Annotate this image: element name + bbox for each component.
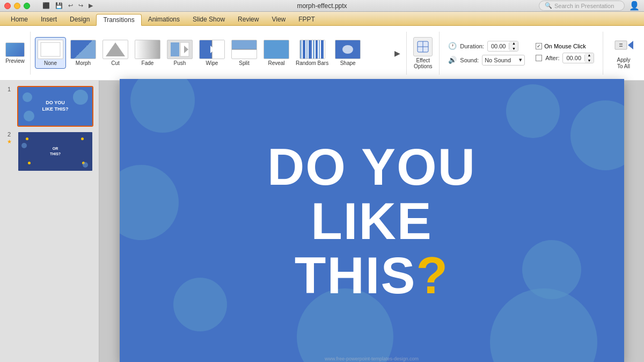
duration-input[interactable]: 00.00 ▲ ▼ — [487, 41, 519, 52]
search-box[interactable]: 🔍 Search in Presentation — [539, 1, 625, 11]
slide-item-2[interactable]: 2 ★ OR THIS? — [4, 130, 94, 173]
tab-fppt[interactable]: FPPT — [292, 13, 321, 25]
transition-shape-thumb — [335, 40, 361, 59]
svg-rect-2 — [171, 42, 179, 56]
advance-section: On Mouse Click After: 00.00 ▲ ▼ — [531, 41, 598, 66]
tab-review[interactable]: Review — [231, 13, 265, 25]
title-bar-toolbar: ⬛ 💾 ↩ ↪ ▶ — [41, 2, 94, 10]
after-arrows: ▲ ▼ — [585, 53, 594, 63]
watermark: www.free-powerpoint-templates-design.com — [325, 356, 419, 361]
transition-randombars[interactable]: Random Bars — [294, 38, 331, 68]
svg-point-22 — [342, 45, 353, 54]
slide-2-text: OR THIS? — [50, 146, 61, 157]
after-checkbox[interactable] — [536, 55, 542, 61]
slide-1-number: 1 — [5, 86, 13, 92]
circle-left-mid — [120, 165, 179, 240]
transition-shape[interactable]: Shape — [333, 38, 363, 68]
duration-up[interactable]: ▲ — [509, 41, 518, 46]
slide-1-thumb[interactable]: DO YOU LIKE THIS? — [17, 86, 93, 127]
transition-fade-thumb — [135, 40, 160, 59]
circle-topright — [506, 84, 560, 138]
tab-insert[interactable]: Insert — [34, 13, 63, 25]
file-title: morph-effect.pptx — [297, 2, 347, 10]
slide-2-thumb[interactable]: OR THIS? — [17, 131, 93, 172]
slide-main-text: DO YOU LIKE THIS? — [246, 140, 498, 302]
on-mouse-click-row: On Mouse Click — [536, 43, 594, 49]
transition-split[interactable]: Split — [229, 38, 259, 68]
transition-cut-label: Cut — [111, 60, 120, 66]
tab-design[interactable]: Design — [63, 13, 96, 25]
tab-view[interactable]: View — [265, 13, 292, 25]
transition-none-thumb — [38, 40, 63, 59]
transition-fade[interactable]: Fade — [133, 38, 163, 68]
svg-rect-14 — [303, 40, 305, 59]
duration-row: 🕐 Duration: 00.00 ▲ ▼ — [448, 41, 525, 52]
slide-canvas: DO YOU LIKE THIS? www.free-powerpoint-te… — [120, 79, 624, 362]
transition-fade-label: Fade — [142, 60, 154, 66]
effect-options-icon — [413, 37, 433, 56]
transition-reveal-label: Reveal — [268, 60, 284, 66]
ribbon-toolbar: Preview None Morph Cut — [0, 26, 644, 81]
tb-save-icon[interactable]: 💾 — [54, 2, 64, 10]
after-up[interactable]: ▲ — [585, 53, 594, 58]
scroll-transitions-right[interactable]: ▶ — [392, 32, 402, 75]
transition-morph[interactable]: Morph — [68, 38, 98, 68]
apply-arrow-svg — [614, 37, 633, 56]
duration-down[interactable]: ▼ — [509, 46, 518, 52]
transition-cut-thumb — [103, 40, 128, 59]
minimize-button[interactable] — [14, 3, 20, 9]
shape-icon — [338, 42, 357, 57]
transition-cut[interactable]: Cut — [100, 38, 130, 68]
tab-animations[interactable]: Animations — [142, 13, 186, 25]
slide-2-number: 2 ★ — [5, 131, 13, 144]
main-area: 1 DO YOU LIKE THIS? 2 ★ — [0, 81, 644, 362]
transition-push[interactable]: Push — [165, 38, 195, 68]
maximize-button[interactable] — [24, 3, 30, 9]
transition-items: None Morph Cut Fade — [35, 37, 390, 69]
user-icon[interactable]: 👤 — [629, 1, 640, 11]
transition-randombars-thumb — [299, 40, 325, 59]
effect-options-label: EffectOptions — [414, 57, 432, 69]
after-down[interactable]: ▼ — [585, 58, 594, 63]
transition-none[interactable]: None — [35, 37, 66, 69]
effect-options-svg — [415, 39, 430, 54]
tb-undo-icon[interactable]: ↩ — [67, 2, 75, 10]
search-placeholder: Search in Presentation — [554, 3, 614, 9]
clock-icon: 🕐 — [448, 42, 457, 50]
svg-rect-6 — [200, 40, 212, 59]
svg-rect-16 — [309, 40, 312, 59]
tb-icon-1[interactable]: ⬛ — [41, 2, 52, 10]
none-icon — [40, 41, 61, 57]
tab-home[interactable]: Home — [4, 13, 34, 25]
sound-icon: 🔊 — [448, 56, 457, 64]
on-mouse-click-label: On Mouse Click — [544, 43, 586, 49]
sound-select[interactable]: No Sound ▾ — [482, 55, 525, 66]
timing-section: 🕐 Duration: 00.00 ▲ ▼ 🔊 Sound: No Sound … — [444, 39, 529, 68]
svg-rect-20 — [321, 40, 324, 59]
duration-arrows: ▲ ▼ — [509, 41, 518, 52]
circle-bottom-right — [490, 288, 597, 362]
apply-to-all-label: ApplyTo All — [617, 57, 630, 70]
after-input[interactable]: 00.00 ▲ ▼ — [562, 53, 594, 63]
cut-icon — [105, 41, 126, 57]
split-icon — [232, 40, 257, 59]
divider-3 — [439, 32, 440, 75]
transition-wipe[interactable]: Wipe — [197, 38, 227, 68]
tb-redo-icon[interactable]: ↪ — [77, 2, 85, 10]
transition-reveal[interactable]: Reveal — [261, 38, 291, 68]
slide-panel: 1 DO YOU LIKE THIS? 2 ★ — [0, 81, 99, 362]
slide-2-preview: OR THIS? — [18, 132, 92, 171]
tb-play-icon[interactable]: ▶ — [87, 2, 94, 10]
tab-slideshow[interactable]: Slide Show — [186, 13, 231, 25]
slide-item-1[interactable]: 1 DO YOU LIKE THIS? — [4, 85, 94, 128]
close-button[interactable] — [4, 3, 11, 9]
effect-options-button[interactable]: EffectOptions — [411, 35, 435, 71]
svg-rect-26 — [615, 41, 627, 49]
svg-rect-11 — [232, 49, 257, 59]
tab-transitions[interactable]: Transitions — [96, 14, 141, 26]
slide-2-star: ★ — [7, 139, 12, 144]
ribbon-tabs: Home Insert Design Transitions Animation… — [0, 12, 644, 26]
randombars-icon — [300, 40, 325, 59]
on-mouse-click-checkbox[interactable] — [536, 43, 542, 49]
apply-to-all-button[interactable]: ApplyTo All — [608, 33, 640, 73]
